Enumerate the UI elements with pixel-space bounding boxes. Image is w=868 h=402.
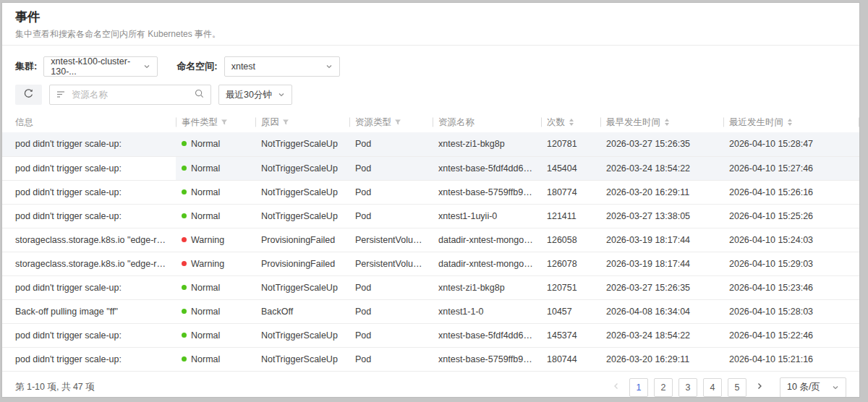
cell-count: 126078 <box>541 252 600 275</box>
cell-reason: ProvisioningFailed <box>255 228 349 252</box>
cell-resource-type: Pod <box>349 323 433 347</box>
cell-message: pod didn't trigger scale-up: <box>2 347 176 371</box>
cell-resource-name: xntest1-1uyii-0 <box>433 204 541 228</box>
search-icon[interactable] <box>195 88 204 101</box>
events-panel: 事件 集中查看和搜索各命名空间内所有 Kubernetes 事件。 集群: xn… <box>1 2 860 398</box>
event-type-text: Normal <box>191 354 220 364</box>
time-range-select[interactable]: 最近30分钟 <box>218 85 292 105</box>
namespace-label: 命名空间: <box>176 60 217 73</box>
event-type-text: Normal <box>191 330 220 341</box>
event-type-text: Normal <box>191 139 220 149</box>
cell-event-type: Normal <box>176 347 255 371</box>
sort-icon[interactable] <box>788 119 792 126</box>
cell-count: 126058 <box>541 228 600 252</box>
event-type-text: Normal <box>191 307 220 317</box>
status-dot <box>182 333 187 338</box>
pagination-prev-button[interactable] <box>609 380 624 394</box>
cell-reason: NotTriggerScaleUp <box>255 204 349 228</box>
sort-icon[interactable] <box>665 119 669 126</box>
cell-resource-type: Pod <box>349 156 433 180</box>
cell-event-type: Normal <box>176 132 255 156</box>
cell-first-seen: 2026-03-19 18:17:44 <box>600 252 723 275</box>
cell-reason: NotTriggerScaleUp <box>255 180 349 204</box>
cell-message: pod didn't trigger scale-up: <box>2 204 176 228</box>
filter-icon[interactable] <box>282 119 289 126</box>
table-row: pod didn't trigger scale-up: Normal NotT… <box>2 323 859 347</box>
cell-count: 145404 <box>541 156 600 180</box>
cell-resource-type: Pod <box>349 180 433 204</box>
pagination-page-button[interactable]: 4 <box>703 378 722 397</box>
cell-last-seen: 2026-04-10 15:28:03 <box>723 299 859 323</box>
cell-last-seen: 2026-04-10 15:22:46 <box>723 323 859 347</box>
cell-message: storageclass.storage.k8s.io "edge-rbd" n… <box>2 252 176 275</box>
namespace-select[interactable]: xntest <box>224 56 340 77</box>
cell-resource-name: xntest-base-5fdf4dd69b-b6q2p <box>433 323 541 347</box>
cell-count: 145374 <box>541 323 600 347</box>
events-table-wrap: 信息 事件类型 原因 资源类型 <box>2 112 859 372</box>
cell-first-seen: 2026-03-20 16:29:11 <box>600 347 723 371</box>
status-dot <box>182 166 187 171</box>
column-label: 最早发生时间 <box>606 116 660 129</box>
cell-first-seen: 2026-03-19 18:17:44 <box>600 228 723 252</box>
cell-resource-name: xntest-zi1-bkg8p <box>433 275 541 299</box>
cell-count: 120781 <box>541 132 600 156</box>
cell-resource-type: Pod <box>349 299 433 323</box>
cell-event-type: Warning <box>176 228 255 252</box>
cell-event-type: Normal <box>176 204 255 228</box>
table-row: pod didn't trigger scale-up: Normal NotT… <box>2 275 859 299</box>
pagination-next-button[interactable] <box>752 380 767 394</box>
status-dot <box>182 261 187 266</box>
cell-first-seen: 2026-03-27 15:26:35 <box>600 275 723 299</box>
status-dot <box>182 356 187 362</box>
cell-resource-type: PersistentVolumeClaim <box>349 252 433 275</box>
cell-event-type: Normal <box>176 275 255 299</box>
column-label: 信息 <box>15 116 33 129</box>
cluster-select[interactable]: xntest-k100-cluster-130-... <box>43 56 158 77</box>
column-header-first-seen: 最早发生时间 <box>600 112 723 132</box>
cell-resource-type: Pod <box>349 204 433 228</box>
chevron-left-icon <box>612 382 621 393</box>
cell-last-seen: 2026-04-10 15:25:26 <box>723 204 859 228</box>
cell-message: pod didn't trigger scale-up: <box>2 156 176 180</box>
table-row: pod didn't trigger scale-up: Normal NotT… <box>2 347 859 371</box>
page-size-select[interactable]: 10 条/页 <box>780 377 846 398</box>
search-input[interactable] <box>70 89 190 100</box>
cell-reason: NotTriggerScaleUp <box>255 347 349 371</box>
cell-last-seen: 2026-04-10 15:23:46 <box>723 275 859 299</box>
pagination-page-button[interactable]: 5 <box>728 378 746 397</box>
cell-count: 10457 <box>541 299 600 323</box>
filter-icon[interactable] <box>221 119 228 126</box>
page-title: 事件 <box>15 9 846 25</box>
time-range-value: 最近30分钟 <box>226 89 272 101</box>
table-row: pod didn't trigger scale-up: Normal NotT… <box>2 204 859 228</box>
refresh-button[interactable] <box>15 85 42 105</box>
cell-first-seen: 2026-03-24 18:54:22 <box>600 156 723 180</box>
cluster-filter: 集群: xntest-k100-cluster-130-... <box>15 56 158 77</box>
cell-message: pod didn't trigger scale-up: <box>2 275 176 299</box>
pagination-page-button[interactable]: 1 <box>629 378 648 397</box>
sort-icon[interactable] <box>569 119 574 126</box>
events-table: 信息 事件类型 原因 资源类型 <box>2 112 859 372</box>
cell-first-seen: 2026-03-20 16:29:11 <box>600 180 723 204</box>
status-dot <box>182 213 187 218</box>
table-row: pod didn't trigger scale-up: Normal NotT… <box>2 156 859 180</box>
filter-lines-icon[interactable] <box>56 88 65 101</box>
pagination-page-button[interactable]: 2 <box>654 378 673 397</box>
cell-resource-type: Pod <box>349 275 433 299</box>
page-header: 事件 集中查看和搜索各命名空间内所有 Kubernetes 事件。 <box>2 3 859 45</box>
cell-message: pod didn't trigger scale-up: <box>2 323 176 347</box>
cell-resource-name: xntest-base-5fdf4dd69b-b6q2p <box>433 156 541 180</box>
column-label: 事件类型 <box>182 116 218 129</box>
cell-last-seen: 2026-04-10 15:24:03 <box>723 228 859 252</box>
pagination-page-button[interactable]: 3 <box>678 378 697 397</box>
table-footer: 第 1-10 项, 共 47 项 1 2 3 4 5 <box>2 372 859 398</box>
cell-resource-type: Pod <box>349 132 433 156</box>
cell-count: 180744 <box>541 347 600 371</box>
page-size-value: 10 条/页 <box>787 381 820 393</box>
cell-event-type: Warning <box>176 252 255 275</box>
filter-icon[interactable] <box>394 119 401 126</box>
column-header-event-type: 事件类型 <box>176 112 255 132</box>
table-row: storageclass.storage.k8s.io "edge-rbd" n… <box>2 252 859 275</box>
event-type-text: Normal <box>191 187 220 197</box>
namespace-filter: 命名空间: xntest <box>176 56 339 77</box>
